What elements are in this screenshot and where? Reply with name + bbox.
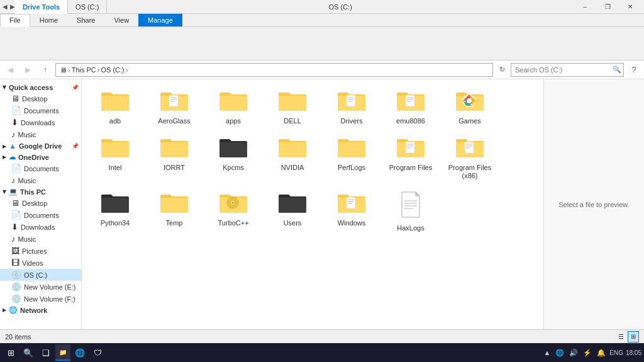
sidebar-item-downloads[interactable]: ⬇ Downloads (0, 221, 81, 233)
file-label: TurboC++ (218, 219, 248, 227)
ribbon-tab-view[interactable]: View (104, 14, 138, 26)
sidebar-label: Desktop (22, 200, 47, 207)
large-icons-view-button[interactable]: ⊞ (628, 331, 639, 342)
file-area[interactable]: adb AeroGlass apps DELL Drivers (82, 79, 543, 329)
chevron-icon: ▸ (3, 142, 6, 150)
file-item[interactable]: IORRT (146, 131, 203, 183)
task-view-button[interactable]: ❑ (38, 344, 54, 361)
music-icon: ♪ (11, 130, 16, 139)
file-item[interactable]: Games (441, 84, 498, 128)
network-tray-icon[interactable]: 🌐 (554, 349, 565, 357)
sidebar-onedrive[interactable]: ▸ ☁ OneDrive (0, 152, 81, 162)
start-button[interactable]: ⊞ (3, 344, 19, 361)
address-path[interactable]: 🖥 › This PC › OS (C:) › (55, 63, 493, 77)
search-icon[interactable]: 🔍 (613, 65, 621, 74)
svg-rect-19 (465, 142, 474, 153)
file-item[interactable]: Users (264, 186, 321, 235)
file-item[interactable]: Program Files (x86) (441, 131, 498, 183)
sidebar-item-desktop-qa[interactable]: 🖥 Desktop (0, 93, 81, 105)
file-item[interactable]: TurboC++ (205, 186, 262, 235)
notifications-icon[interactable]: 🔔 (596, 349, 607, 357)
music-icon: ♪ (11, 176, 16, 185)
file-item[interactable]: NVIDIA (264, 131, 321, 183)
sidebar-item-pictures[interactable]: 🖼 Pictures (0, 245, 81, 257)
security-button[interactable]: 🛡 (89, 344, 106, 361)
file-item[interactable]: AeroGlass (146, 84, 203, 128)
ribbon: File Home Share View Manage (0, 14, 644, 60)
tab-os-c[interactable]: OS (C:) (68, 0, 107, 14)
refresh-button[interactable]: ↻ (496, 63, 508, 77)
sidebar-item-od-documents[interactable]: 📄 Documents (0, 162, 81, 174)
folder-icon (455, 134, 485, 161)
sidebar-quick-access[interactable]: ▾ Quick access 📌 (0, 82, 81, 93)
file-item[interactable]: Program Files (382, 131, 439, 183)
sidebar-item-music-qa[interactable]: ♪ Music (0, 128, 81, 140)
folder-icon (100, 134, 130, 161)
sidebar-network[interactable]: ▸ 🌐 Network (0, 305, 81, 315)
downloads-icon: ⬇ (11, 222, 18, 232)
sidebar-google-drive[interactable]: ▸ ▲ Google Drive 📌 (0, 140, 81, 152)
file-label: IORRT (164, 164, 185, 172)
path-this-pc[interactable]: This PC (72, 66, 96, 74)
file-item[interactable]: emu8086 (382, 84, 439, 128)
sidebar-item-od-music[interactable]: ♪ Music (0, 174, 81, 186)
file-item[interactable]: Temp (146, 186, 203, 235)
volume-tray-icon[interactable]: 🔊 (568, 349, 579, 357)
battery-tray-icon[interactable]: ⚡ (582, 349, 593, 357)
sidebar-item-music[interactable]: ♪ Music (0, 233, 81, 245)
folder-icon (159, 189, 189, 217)
ribbon-tab-file[interactable]: File (0, 14, 30, 27)
details-view-button[interactable]: ☰ (615, 331, 626, 342)
svg-point-25 (232, 201, 234, 203)
folder-icon (100, 189, 130, 217)
file-item[interactable]: PerfLogs (323, 131, 380, 183)
sidebar-item-documents[interactable]: 📄 Documents (0, 209, 81, 221)
file-item[interactable]: Drivers (323, 84, 380, 128)
file-item[interactable]: Intel (87, 131, 143, 183)
downloads-icon: ⬇ (11, 118, 18, 127)
item-count: 20 items (5, 333, 31, 341)
file-item[interactable]: DELL (264, 84, 321, 128)
file-explorer-taskbar[interactable]: 📁 (55, 344, 70, 361)
close-button[interactable]: ✕ (619, 0, 641, 14)
search-input[interactable] (511, 63, 624, 77)
ribbon-tab-share[interactable]: Share (67, 14, 104, 26)
file-item[interactable]: apps (205, 84, 262, 128)
sidebar-item-documents-qa[interactable]: 📄 Documents (0, 105, 81, 116)
file-label: Program Files (x86) (445, 164, 495, 180)
svg-point-14 (467, 98, 472, 103)
restore-button[interactable]: ❐ (596, 0, 619, 14)
ribbon-tab-home[interactable]: Home (30, 14, 67, 26)
help-button[interactable]: ? (626, 62, 641, 77)
browser-button[interactable]: 🌐 (72, 344, 88, 361)
minimize-button[interactable]: – (574, 0, 596, 14)
sidebar-item-os-c[interactable]: 💿 OS (C:) (0, 269, 81, 281)
ribbon-tab-manage[interactable]: Manage (138, 14, 182, 26)
sidebar-item-downloads-qa[interactable]: ⬇ Downloads (0, 116, 81, 128)
back-button[interactable]: ◀ (3, 62, 18, 77)
sidebar-item-new-volume-f[interactable]: 💿 New Volume (F:) (0, 293, 81, 305)
folder-icon (100, 88, 130, 115)
up-button[interactable]: ↑ (38, 62, 53, 77)
sidebar-item-desktop[interactable]: 🖥 Desktop (0, 197, 81, 209)
sidebar-item-new-volume-e[interactable]: 💿 New Volume (E:) (0, 281, 81, 293)
file-item[interactable]: Windows (323, 186, 380, 235)
folder-icon (159, 134, 189, 161)
sidebar-this-pc[interactable]: ▾ 💻 This PC (0, 186, 81, 197)
sidebar-item-videos[interactable]: 🎞 Videos (0, 257, 81, 269)
search-button[interactable]: 🔍 (20, 344, 36, 361)
tray-arrow[interactable]: ▲ (542, 349, 552, 356)
folder-icon (336, 189, 367, 217)
forward-button[interactable]: ▶ (20, 62, 35, 77)
path-os-c[interactable]: OS (C:) (101, 66, 124, 74)
file-item[interactable]: Python34 (87, 186, 143, 235)
music-icon: ♪ (11, 234, 16, 244)
tab-drive-tools[interactable]: Drive Tools (15, 0, 68, 14)
file-item[interactable]: adb (87, 84, 143, 128)
sidebar-label: Videos (22, 259, 43, 267)
file-label: Python34 (101, 219, 130, 227)
file-item[interactable]: HaxLogs (382, 186, 439, 235)
file-label: emu8086 (396, 117, 425, 125)
chevron-icon: ▾ (3, 188, 6, 196)
file-item[interactable]: Kpcms (205, 131, 262, 183)
